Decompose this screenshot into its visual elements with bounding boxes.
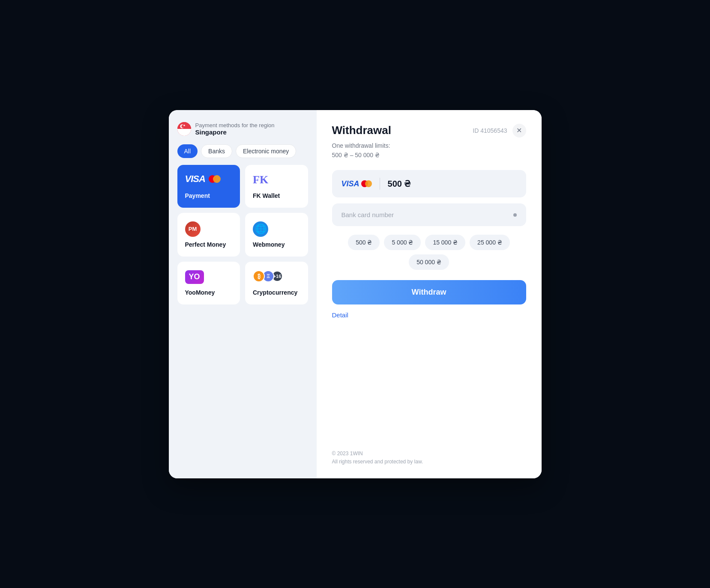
vertical-divider [380,178,380,190]
mc-orange-small [365,180,372,187]
webmoney-logo: 🌐 [253,221,268,237]
right-panel: Withdrawal ID 41056543 ✕ One withdrawal … [317,110,542,478]
mastercard-small-icon [361,180,372,187]
footer-copyright: © 2023 1WIN [332,450,423,458]
filter-tab-electronic[interactable]: Electronic money [236,144,296,158]
withdrawal-header: Withdrawal ID 41056543 ✕ [332,124,526,137]
payment-card-perfect-money[interactable]: PM Perfect Money [177,213,240,257]
limits-line1: One withdrawal limits: [332,142,390,149]
limits-line2: 500 ₴ – 50 000 ₴ [332,152,380,158]
singapore-flag-icon [177,122,191,136]
payment-card-crypto[interactable]: ₿ Ξ +16 Cryptocurrency [245,262,308,304]
footer: © 2023 1WIN All rights reserved and prot… [332,450,423,466]
left-panel: Payment methods for the region Singapore… [169,110,317,478]
quick-amounts: 500 ₴ 5 000 ₴ 15 000 ₴ 25 000 ₴ 50 000 ₴ [332,235,526,270]
close-button[interactable]: ✕ [512,124,526,137]
perfect-money-logo: PM [185,221,201,237]
yoomoney-logo: YO [185,270,204,284]
withdrawal-id: ID 41056543 [473,127,507,134]
filter-tab-banks[interactable]: Banks [201,144,232,158]
visa-logo-small: VISA [342,179,372,188]
crypto-icons: ₿ Ξ +16 [253,270,283,282]
quick-amount-5000[interactable]: 5 000 ₴ [384,235,421,250]
card-input-placeholder: Bank card number [342,211,394,218]
svg-rect-1 [177,129,191,136]
webmoney-label: Webmoney [253,241,285,248]
visa-logo: VISA [185,173,221,185]
footer-rights: All rights reserved and protected by law… [332,458,423,466]
mc-orange-circle [213,175,221,183]
region-name: Singapore [195,128,275,136]
payment-grid: VISA Payment FK FK Wallet PM Perfect Mon… [177,165,308,304]
detail-link[interactable]: Detail [332,311,526,319]
visa-text-small-icon: VISA [342,179,359,188]
quick-amount-50000[interactable]: 50 000 ₴ [409,254,449,270]
region-text: Payment methods for the region Singapore [195,122,275,136]
card-number-box[interactable]: Bank card number [332,203,526,226]
crypto-label: Cryptocurrency [253,289,297,296]
region-header: Payment methods for the region Singapore [177,122,308,136]
mastercard-icon [209,175,221,183]
amount-display-box: VISA 500 ₴ [332,170,526,197]
withdrawal-title: Withdrawal [332,124,391,137]
visa-text-icon: VISA [185,173,205,185]
withdrawal-modal: Payment methods for the region Singapore… [169,110,542,478]
fk-wallet-logo: FK [253,173,268,186]
withdrawal-limits: One withdrawal limits: 500 ₴ – 50 000 ₴ [332,141,526,160]
withdrawal-id-close: ID 41056543 ✕ [473,124,526,137]
perfect-money-label: Perfect Money [185,241,226,248]
filter-tabs: All Banks Electronic money [177,144,308,158]
region-label: Payment methods for the region [195,122,275,128]
quick-amount-15000[interactable]: 15 000 ₴ [425,235,465,250]
payment-card-visa[interactable]: VISA Payment [177,165,240,208]
globe-icon: 🌐 [255,224,267,235]
quick-amount-25000[interactable]: 25 000 ₴ [470,235,510,250]
visa-card-label: Payment [185,192,210,199]
filter-tab-all[interactable]: All [177,144,198,158]
amount-left: VISA 500 ₴ [342,178,411,190]
quick-amount-500[interactable]: 500 ₴ [348,235,380,250]
payment-card-fk-wallet[interactable]: FK FK Wallet [245,165,308,208]
amount-value: 500 ₴ [388,179,411,189]
card-input-dot [513,213,517,217]
bitcoin-icon: ₿ [253,270,265,282]
yoomoney-label: YooMoney [185,289,215,296]
fk-wallet-label: FK Wallet [253,192,280,199]
withdraw-button[interactable]: Withdraw [332,280,526,304]
payment-card-webmoney[interactable]: 🌐 Webmoney [245,213,308,257]
payment-card-yoomoney[interactable]: YO YooMoney [177,262,240,304]
